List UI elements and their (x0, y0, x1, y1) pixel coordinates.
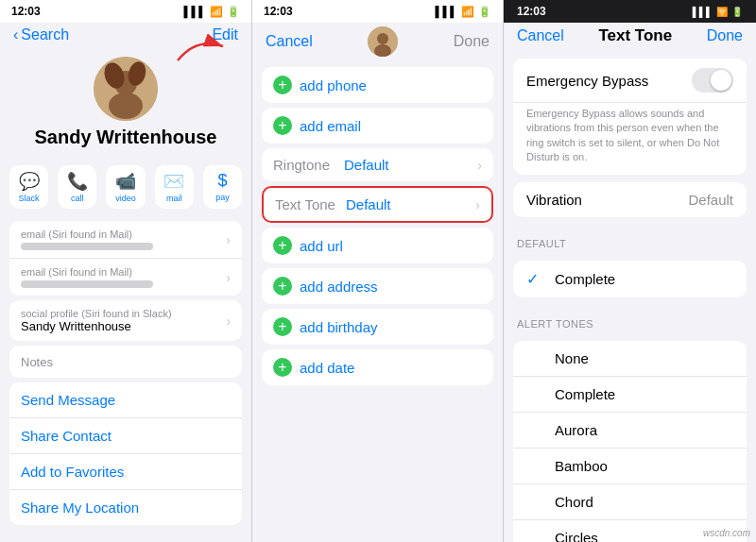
status-time-3: 12:03 (517, 5, 546, 18)
alert-tones-section: None Complete Aurora Bamboo Chord Circle… (513, 341, 747, 542)
email-item-1[interactable]: email (Siri found in Mail) › (9, 221, 242, 259)
back-button[interactable]: ‹ Search (13, 26, 69, 43)
signal-icon-3: ▌▌▌ (693, 7, 713, 17)
app-container: 12:03 ▌▌▌ 📶 🔋 ‹ Search Edit (0, 0, 756, 542)
vibration-row[interactable]: Vibration Default (513, 182, 747, 217)
notes-label: Notes (21, 355, 53, 369)
tone-complete[interactable]: Complete (513, 377, 747, 413)
action-video-label: video (115, 194, 136, 203)
plus-icon-birthday: + (273, 317, 292, 336)
social-item[interactable]: social profile (Siri found in Slack) San… (9, 300, 242, 341)
battery-icon-3: 🔋 (731, 7, 743, 17)
default-tone-row[interactable]: ✓ Complete (513, 261, 747, 297)
emergency-bypass-row: Emergency Bypass (513, 59, 747, 103)
action-mail-label: mail (166, 194, 182, 203)
ringtone-item[interactable]: Ringtone Default › (262, 148, 493, 181)
action-call-label: call (71, 194, 84, 203)
add-date-item[interactable]: + add date (262, 349, 493, 385)
text-tone-content: Emergency Bypass Emergency Bypass allows… (504, 51, 756, 542)
page-title-3: Text Tone (598, 26, 672, 45)
tone-chord[interactable]: Chord (513, 484, 747, 520)
tone-circles-label: Circles (526, 530, 598, 542)
text-tone-section: Text Tone Default › (262, 186, 493, 223)
cancel-button-3[interactable]: Cancel (517, 27, 564, 44)
emergency-bypass-section: Emergency Bypass Emergency Bypass allows… (513, 59, 747, 175)
action-video[interactable]: 📹 video (106, 165, 145, 209)
panel-edit-contact: 12:03 ▌▌▌ 📶 🔋 Cancel Done + (251, 0, 503, 542)
tone-none[interactable]: None (513, 341, 747, 377)
status-bar-1: 12:03 ▌▌▌ 📶 🔋 (0, 0, 251, 23)
tone-chord-label: Chord (526, 494, 593, 510)
action-slack-label: Slack (19, 194, 40, 203)
action-slack[interactable]: 💬 Slack (9, 165, 48, 209)
add-to-favorites-link[interactable]: Add to Favorites (9, 454, 242, 490)
action-mail[interactable]: ✉️ mail (155, 165, 194, 209)
add-phone-section: + add phone (262, 67, 493, 103)
social-label: social profile (Siri found in Slack) (21, 308, 226, 319)
add-email-item[interactable]: + add email (262, 108, 493, 144)
email-section: email (Siri found in Mail) › email (Siri… (9, 221, 242, 296)
plus-icon-address: + (273, 277, 292, 296)
status-bar-3: 12:03 ▌▌▌ 🛜 🔋 (504, 0, 756, 23)
signal-icon-2: ▌▌▌ (436, 6, 457, 17)
signal-icon: ▌▌▌ (184, 6, 206, 17)
emergency-bypass-toggle[interactable] (692, 68, 733, 93)
cancel-button-2[interactable]: Cancel (266, 33, 313, 50)
status-icons-3: ▌▌▌ 🛜 🔋 (693, 7, 743, 17)
default-tone-label: Complete (555, 271, 615, 287)
share-contact-link[interactable]: Share Contact (9, 418, 242, 454)
add-date-label: add date (300, 360, 354, 376)
tone-bamboo[interactable]: Bamboo (513, 449, 747, 484)
edit-button[interactable]: Edit (212, 26, 238, 43)
chevron-ringtone: › (477, 158, 482, 173)
add-address-section: + add address (262, 268, 493, 304)
add-phone-label: add phone (300, 77, 367, 93)
add-email-section: + add email (262, 108, 493, 144)
battery-icon: 🔋 (227, 6, 240, 18)
action-buttons: 💬 Slack 📞 call 📹 video ✉️ mail $ pay (0, 158, 251, 216)
alert-header: ALERT TONES (504, 305, 756, 333)
status-bar-2: 12:03 ▌▌▌ 📶 🔋 (252, 0, 503, 23)
add-phone-item[interactable]: + add phone (262, 67, 493, 103)
svg-point-2 (109, 93, 143, 119)
tone-aurora[interactable]: Aurora (513, 413, 747, 449)
emergency-bypass-desc: Emergency Bypass allows sounds and vibra… (513, 103, 747, 175)
action-pay[interactable]: $ pay (203, 165, 242, 209)
emergency-bypass-label: Emergency Bypass (526, 73, 648, 89)
done-button-2[interactable]: Done (454, 33, 490, 50)
vibration-section: Vibration Default (513, 182, 747, 217)
text-tone-value: Default (346, 196, 475, 212)
default-header: DEFAULT (504, 225, 756, 253)
add-url-item[interactable]: + add url (262, 228, 493, 263)
add-address-item[interactable]: + add address (262, 268, 493, 304)
ringtone-label: Ringtone (273, 157, 344, 173)
chevron-right-icon-2: › (226, 270, 231, 285)
email-item-2[interactable]: email (Siri found in Mail) › (9, 259, 242, 296)
action-call[interactable]: 📞 call (58, 165, 96, 209)
add-email-label: add email (300, 118, 361, 134)
default-tone-section: ✓ Complete (513, 261, 747, 297)
slack-icon: 💬 (19, 171, 40, 192)
tone-bamboo-label: Bamboo (526, 458, 608, 474)
wifi-icon: 📶 (210, 6, 223, 18)
plus-icon-email: + (273, 116, 292, 135)
add-birthday-item[interactable]: + add birthday (262, 309, 493, 345)
email-2-content: email (Siri found in Mail) (21, 266, 226, 288)
done-button-3[interactable]: Done (707, 27, 743, 44)
share-location-link[interactable]: Share My Location (9, 490, 242, 525)
avatar (94, 57, 158, 121)
chevron-right-icon-3: › (226, 313, 231, 329)
nav-bar-1: ‹ Search Edit (0, 23, 251, 49)
panel-text-tone: 12:03 ▌▌▌ 🛜 🔋 Cancel Text Tone Done Emer… (503, 0, 756, 542)
panel-contact-detail: 12:03 ▌▌▌ 📶 🔋 ‹ Search Edit (0, 0, 251, 542)
text-tone-item[interactable]: Text Tone Default › (264, 188, 491, 221)
status-time-2: 12:03 (264, 5, 293, 18)
avatar-small (368, 26, 398, 57)
watermark: wscdn.com (703, 528, 750, 538)
add-url-label: add url (300, 238, 343, 254)
send-message-link[interactable]: Send Message (9, 382, 242, 418)
chevron-right-icon: › (226, 232, 231, 247)
email-2-value-blurred (21, 280, 153, 288)
battery-icon-2: 🔋 (478, 6, 491, 18)
tone-aurora-label: Aurora (526, 422, 597, 438)
